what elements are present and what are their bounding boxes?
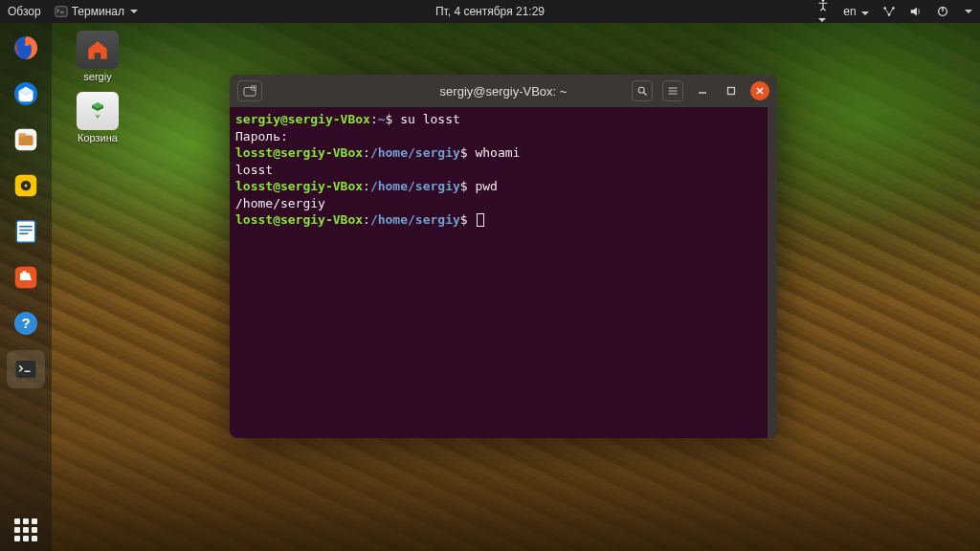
prompt-path: ~ — [378, 112, 386, 126]
new-tab-icon — [243, 85, 256, 97]
maximize-button[interactable] — [722, 81, 741, 100]
app-menu[interactable]: Терминал — [55, 5, 138, 18]
svg-rect-0 — [56, 7, 67, 17]
power-icon[interactable] — [936, 5, 949, 18]
close-icon — [755, 86, 765, 96]
prompt-userhost: sergiy@sergiy-VBox — [235, 112, 370, 126]
chevron-down-icon — [818, 18, 826, 22]
dock-thunderbird[interactable] — [7, 75, 45, 113]
svg-rect-29 — [728, 88, 735, 95]
prompt-userhost: losst@sergiy-VBox — [235, 179, 363, 193]
clock[interactable]: Пт, 4 сентября 21:29 — [435, 5, 545, 18]
chevron-down-icon — [861, 11, 869, 15]
chevron-down-icon — [130, 10, 138, 13]
hamburger-icon — [667, 85, 679, 97]
close-button[interactable] — [750, 81, 769, 100]
svg-point-26 — [638, 87, 644, 93]
terminal-command: whoami — [475, 145, 520, 160]
dock-libreoffice-writer[interactable] — [7, 212, 45, 251]
terminal-command: su losst — [400, 112, 460, 126]
trash-icon — [77, 92, 119, 130]
keyboard-layout[interactable]: en — [843, 5, 869, 18]
chevron-down-icon — [965, 10, 972, 13]
svg-point-1 — [822, 0, 824, 2]
home-folder-icon — [77, 31, 119, 69]
search-button[interactable] — [632, 80, 653, 101]
dock-rhythmbox[interactable] — [7, 166, 45, 205]
prompt-path: /home/sergiy — [370, 179, 460, 193]
svg-text:?: ? — [21, 315, 30, 331]
svg-rect-15 — [16, 221, 35, 243]
svg-rect-23 — [16, 361, 36, 378]
desktop-icon-label: Корзина — [67, 132, 128, 143]
terminal-command: pwd — [475, 179, 497, 193]
top-bar: Обзор Терминал Пт, 4 сентября 21:29 en — [0, 0, 980, 23]
prompt-userhost: losst@sergiy-VBox — [235, 145, 363, 160]
dock-terminal[interactable] — [7, 350, 45, 388]
terminal-window: sergiy@sergiy-VBox: ~ sergiy@sergiy-VBox… — [230, 75, 777, 438]
search-icon — [636, 85, 648, 97]
dock-files[interactable] — [7, 121, 45, 159]
svg-rect-17 — [19, 226, 33, 228]
dock: ? — [0, 23, 52, 551]
terminal-small-icon — [55, 5, 68, 18]
titlebar[interactable]: sergiy@sergiy-VBox: ~ — [230, 75, 777, 107]
accessibility-icon[interactable] — [816, 0, 830, 25]
dock-help[interactable]: ? — [7, 304, 45, 342]
desktop-home-folder[interactable]: sergiy — [67, 31, 128, 82]
volume-icon[interactable] — [909, 5, 923, 18]
svg-rect-19 — [19, 233, 28, 235]
app-menu-label: Терминал — [72, 5, 124, 18]
terminal-output: /home/sergiy — [235, 195, 771, 212]
window-title: sergiy@sergiy-VBox: ~ — [440, 84, 568, 99]
svg-rect-10 — [19, 136, 33, 146]
cursor — [477, 213, 484, 227]
desktop-trash[interactable]: Корзина — [67, 92, 128, 143]
svg-rect-18 — [19, 230, 33, 231]
activities-button[interactable]: Обзор — [8, 5, 41, 18]
terminal-output: Пароль: — [235, 128, 771, 145]
svg-line-27 — [644, 93, 647, 96]
svg-rect-11 — [19, 133, 27, 137]
new-tab-button[interactable] — [237, 80, 262, 101]
dock-software[interactable] — [7, 258, 45, 297]
show-applications[interactable] — [0, 518, 52, 541]
maximize-icon — [726, 86, 736, 96]
prompt-path: /home/sergiy — [370, 212, 460, 227]
minimize-button[interactable] — [693, 81, 712, 100]
desktop-icon-label: sergiy — [67, 71, 128, 82]
network-icon[interactable] — [882, 5, 896, 18]
terminal-body[interactable]: sergiy@sergiy-VBox:~$ su losst Пароль: l… — [230, 107, 777, 438]
minimize-icon — [698, 86, 707, 96]
hamburger-menu-button[interactable] — [662, 80, 683, 101]
terminal-output: losst — [235, 162, 771, 179]
dock-firefox[interactable] — [7, 29, 45, 67]
prompt-path: /home/sergiy — [370, 145, 460, 160]
prompt-userhost: losst@sergiy-VBox — [235, 212, 363, 227]
svg-point-14 — [25, 185, 28, 187]
